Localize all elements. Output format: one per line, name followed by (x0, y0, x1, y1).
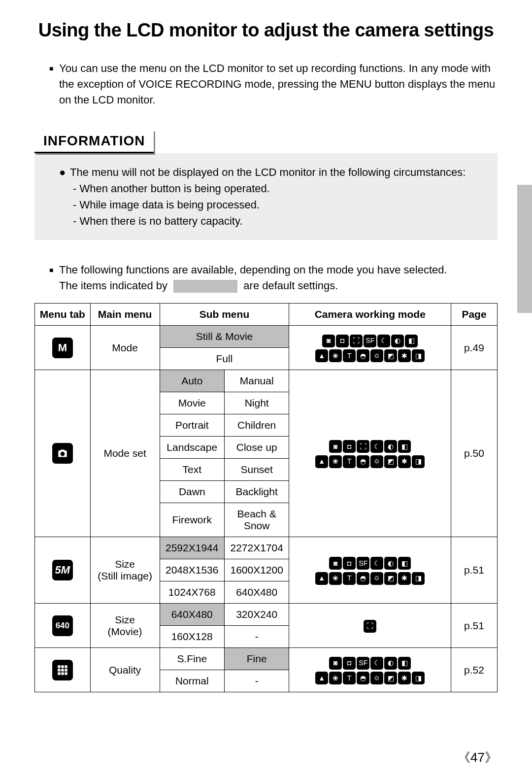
mode-icon: ✱ (398, 455, 411, 468)
mode-icon: ◨ (412, 572, 425, 585)
table-header-row: Menu tab Main menu Sub menu Camera worki… (35, 304, 498, 326)
main-menu-size-movie: Size(Movie) (90, 604, 160, 648)
page-title: Using the LCD monitor to adjust the came… (34, 20, 498, 41)
info-heading: INFORMATION (34, 130, 154, 153)
submenu-cell: Children (224, 414, 289, 437)
mode-icon: ◧ (398, 657, 411, 670)
page-ref: p.50 (451, 370, 498, 537)
submenu-cell: Fine (224, 648, 289, 670)
menu-table: Menu tab Main menu Sub menu Camera worki… (34, 303, 498, 692)
svg-rect-5 (61, 669, 64, 671)
page-number: 《47》 (458, 749, 498, 766)
submenu-cell: Movie (160, 392, 224, 414)
mode-icon: ❀ (329, 672, 342, 684)
functions-intro-b-post: are default settings. (243, 279, 338, 292)
functions-intro-b-pre: The items indicated by (59, 279, 167, 292)
menu-tab-mode: M (35, 326, 91, 370)
table-row: Mode set Auto Manual ◙◘⛶☾◐◧ ▲❀T◓⛭◩✱◨ p.5… (35, 370, 498, 392)
submenu-cell: 640X480 (224, 581, 289, 604)
submenu-cell: Close up (224, 437, 289, 459)
mode-icon: ◩ (384, 672, 397, 684)
camera-mode-icons: ◙◘⛶SF☾◐◧ ▲❀T◓⛭◩✱◨ (289, 326, 451, 370)
side-tab (517, 185, 532, 313)
camera-mode-icons: ◙◘SF☾◐◧ ▲❀T◓⛭◩✱◨ (289, 648, 451, 692)
submenu-cell: 1024X768 (160, 581, 224, 604)
submenu-cell: - (224, 670, 289, 692)
submenu-cell: 320X240 (224, 604, 289, 626)
table-row: Quality S.Fine Fine ◙◘SF☾◐◧ ▲❀T◓⛭◩✱◨ p.5… (35, 648, 498, 670)
mode-icon: SF (357, 657, 369, 670)
mode-icon: ⛶ (357, 440, 369, 453)
th-sub-menu: Sub menu (160, 304, 289, 326)
svg-rect-1 (58, 665, 60, 668)
camera-mode-icons: ◙◘SF☾◐◧ ▲❀T◓⛭◩✱◨ (289, 537, 451, 604)
submenu-cell: S.Fine (160, 648, 224, 670)
table-row: 640 Size(Movie) 640X480 320X240 ⛶ p.51 (35, 604, 498, 626)
submenu-cell: Portrait (160, 414, 224, 437)
mode-icon: ◐ (391, 335, 404, 347)
mode-icon: ✱ (398, 672, 411, 684)
mode-icon: ◓ (357, 672, 369, 684)
mode-icon: ❀ (329, 572, 342, 585)
mode-icon: ◧ (398, 440, 411, 453)
mode-icon: ▲ (315, 672, 328, 684)
svg-rect-8 (61, 672, 64, 675)
manual-page: Using the LCD monitor to adjust the came… (0, 0, 532, 781)
bullet-dot-icon: ● (59, 164, 70, 180)
mode-icon: ◓ (357, 349, 369, 362)
mode-icon: ⛭ (370, 572, 383, 585)
mode-icon: ◧ (405, 335, 418, 347)
th-menu-tab: Menu tab (35, 304, 91, 326)
submenu-cell: Beach & Snow (224, 503, 289, 537)
info-lead: The menu will not be displayed on the LC… (70, 164, 466, 180)
svg-rect-7 (58, 672, 60, 675)
page-ref: p.52 (451, 648, 498, 692)
functions-intro: ■ The following functions are available,… (49, 262, 498, 294)
mode-icon: T (343, 672, 356, 684)
mode-icon: T (343, 572, 356, 585)
mode-icon: ◩ (384, 455, 397, 468)
mode-icon: ❀ (329, 349, 342, 362)
mode-icon: ☾ (370, 657, 383, 670)
camera-mode-icons: ◙◘⛶☾◐◧ ▲❀T◓⛭◩✱◨ (289, 370, 451, 537)
submenu-cell: - (224, 626, 289, 648)
main-menu-quality: Quality (90, 648, 160, 692)
mode-icon: ◐ (384, 657, 397, 670)
th-main-menu: Main menu (90, 304, 160, 326)
submenu-cell: Normal (160, 670, 224, 692)
mode-icon: ◐ (384, 557, 397, 570)
quality-grid-icon (52, 660, 73, 680)
svg-rect-3 (65, 665, 67, 668)
mode-icon: ✱ (398, 349, 411, 362)
main-menu-size-still: Size(Still image) (90, 537, 160, 604)
mode-icon: ◘ (343, 657, 356, 670)
mode-icon: T (343, 349, 356, 362)
mode-icon: ◧ (398, 557, 411, 570)
mode-m-icon: M (52, 338, 73, 358)
menu-tab-modeset (35, 370, 91, 537)
submenu-cell: 2048X1536 (160, 559, 224, 581)
th-page: Page (451, 304, 498, 326)
mode-icon: ◘ (343, 557, 356, 570)
page-ref: p.51 (451, 604, 498, 648)
page-ref: p.49 (451, 326, 498, 370)
submenu-cell: Night (224, 392, 289, 414)
mode-icon: SF (364, 335, 376, 347)
functions-intro-a: The following functions are available, d… (59, 264, 447, 276)
main-menu-modeset: Mode set (90, 370, 160, 537)
camera-icon (52, 443, 73, 464)
submenu-cell: Landscape (160, 437, 224, 459)
submenu-cell: 2592X1944 (160, 537, 224, 559)
mode-icon: ◩ (384, 349, 397, 362)
mode-icon: ◨ (412, 672, 425, 684)
page-ref: p.51 (451, 537, 498, 604)
mode-icon: ◙ (329, 657, 342, 670)
square-bullet-icon: ■ (49, 61, 59, 108)
mode-icon: ◘ (336, 335, 349, 347)
mode-icon: ⛶ (350, 335, 363, 347)
submenu-cell: Manual (224, 370, 289, 392)
mode-icon: ◙ (329, 440, 342, 453)
mode-icon: ▲ (315, 349, 328, 362)
info-item: - While image data is being processed. (59, 197, 483, 213)
information-section: INFORMATION ● The menu will not be displ… (34, 118, 498, 240)
